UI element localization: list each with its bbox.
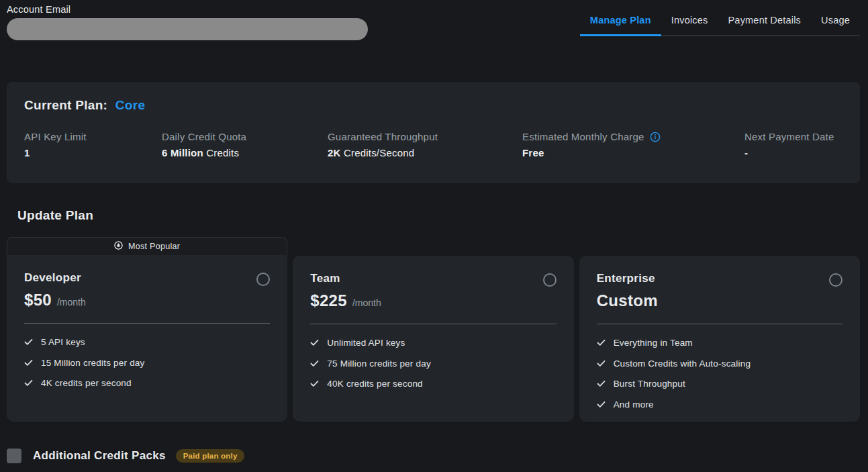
feature-item: Burst Throughput (597, 379, 842, 389)
most-popular-icon (114, 241, 123, 252)
billing-tabs: Manage Plan Invoices Payment Details Usa… (580, 11, 860, 36)
plan-card-body[interactable]: Developer $50 /month 5 API keys 15 Milli… (7, 255, 287, 422)
page-header: Account Email Manage Plan Invoices Payme… (0, 0, 868, 50)
plan-period: /month (57, 297, 86, 308)
feature-text: 75 Million credits per day (327, 359, 431, 369)
feature-text: And more (614, 399, 654, 410)
stat-value: - (744, 147, 842, 158)
tab-payment-details[interactable]: Payment Details (718, 11, 812, 36)
plan-divider (310, 324, 556, 324)
feature-text: Everything in Team (614, 338, 693, 348)
plan-price: $50 (24, 291, 52, 310)
check-icon (310, 360, 319, 367)
plan-name: Developer (24, 271, 81, 285)
stat-value-strong: 6 Million (162, 147, 203, 158)
stat-label: Estimated Monthly Charge (522, 131, 744, 142)
stat-value: 1 (24, 147, 162, 158)
stat-value: 6 Million Credits (162, 147, 328, 158)
stat-value-rest: Credits/Second (341, 147, 415, 158)
feature-text: 4K credits per second (41, 378, 132, 388)
feature-item: 5 API keys (24, 337, 270, 347)
check-icon (24, 359, 33, 367)
plan-features: Unlimited API keys 75 Million credits pe… (310, 338, 556, 389)
stat-label: API Key Limit (24, 131, 162, 142)
feature-item: Custom Credits with Auto-scaling (597, 359, 842, 369)
plan-name: Enterprise (597, 272, 655, 285)
plan-radio-team[interactable] (543, 273, 557, 287)
feature-item: Unlimited API keys (310, 338, 556, 348)
feature-item: 40K credits per second (310, 379, 556, 389)
plan-radio-enterprise[interactable] (829, 273, 842, 287)
stat-value-strong: 2K (328, 147, 341, 158)
plan-card-body[interactable]: Enterprise Custom Everything in Team Cus… (579, 256, 860, 422)
tab-invoices[interactable]: Invoices (661, 11, 718, 36)
check-icon (597, 380, 606, 387)
current-plan-title-prefix: Current Plan: (24, 98, 107, 112)
check-icon (310, 380, 319, 387)
stat-value-strong: - (744, 147, 748, 158)
update-plan-heading: Update Plan (17, 208, 868, 223)
feature-text: 5 API keys (41, 337, 85, 347)
feature-item: 15 Million credits per day (24, 358, 270, 368)
plan-price: $225 (310, 291, 347, 310)
feature-text: 40K credits per second (327, 379, 422, 389)
plan-features: Everything in Team Custom Credits with A… (597, 338, 842, 410)
check-icon (597, 360, 606, 367)
account-email-block: Account Email (7, 4, 368, 40)
stat-daily-credit-quota: Daily Credit Quota 6 Million Credits (162, 131, 328, 158)
plan-radio-developer[interactable] (256, 273, 270, 286)
plan-card-body[interactable]: Team $225 /month Unlimited API keys 75 M… (293, 256, 573, 422)
plan-features: 5 API keys 15 Million credits per day 4K… (24, 337, 270, 388)
feature-item: Everything in Team (597, 338, 842, 348)
check-icon (597, 339, 606, 346)
plan-card-developer: Most Popular Developer $50 /month 5 API … (7, 237, 287, 422)
plan-card-enterprise: Enterprise Custom Everything in Team Cus… (579, 237, 860, 422)
current-plan-title: Current Plan: Core (24, 98, 842, 113)
additional-credit-packs-row: Additional Credit Packs Paid plan only (7, 449, 868, 463)
check-icon (597, 401, 606, 408)
plan-price: Custom (597, 291, 658, 310)
credit-packs-checkbox[interactable] (7, 449, 21, 463)
paid-plan-only-badge: Paid plan only (176, 449, 245, 463)
stat-label-text: Estimated Monthly Charge (522, 131, 644, 142)
check-icon (24, 338, 33, 346)
check-icon (24, 379, 33, 387)
plan-name: Team (310, 272, 340, 285)
stat-value-rest: Credits (203, 147, 239, 158)
most-popular-label: Most Popular (128, 242, 180, 251)
feature-item: 75 Million credits per day (310, 359, 556, 369)
stat-value-strong: 1 (24, 147, 30, 158)
plan-period: /month (352, 297, 381, 308)
stat-label: Next Payment Date (744, 131, 842, 142)
feature-text: Unlimited API keys (327, 338, 405, 348)
stat-value: Free (522, 147, 744, 158)
feature-text: 15 Million credits per day (41, 358, 145, 368)
stat-estimated-monthly-charge: Estimated Monthly Charge Free (522, 131, 744, 158)
plans-row: Most Popular Developer $50 /month 5 API … (7, 237, 860, 422)
plan-card-team: Team $225 /month Unlimited API keys 75 M… (293, 237, 573, 422)
check-icon (310, 339, 319, 346)
credit-packs-label: Additional Credit Packs (33, 449, 166, 463)
plan-divider (597, 324, 842, 324)
account-email-label: Account Email (7, 4, 368, 15)
stat-label: Guaranteed Throughput (328, 131, 522, 142)
current-plan-name: Core (115, 98, 146, 112)
tab-usage[interactable]: Usage (811, 11, 860, 36)
stat-api-key-limit: API Key Limit 1 (24, 131, 162, 158)
feature-item: And more (597, 399, 842, 410)
stat-guaranteed-throughput: Guaranteed Throughput 2K Credits/Second (328, 131, 522, 158)
most-popular-banner: Most Popular (7, 237, 287, 255)
feature-text: Burst Throughput (614, 379, 685, 389)
info-icon[interactable] (650, 132, 661, 142)
account-email-input[interactable] (7, 18, 368, 40)
current-plan-card: Current Plan: Core API Key Limit 1 Daily… (7, 82, 860, 183)
stat-value: 2K Credits/Second (328, 147, 522, 158)
stat-value-strong: Free (522, 147, 544, 158)
plan-divider (24, 323, 270, 324)
feature-item: 4K credits per second (24, 378, 270, 388)
current-plan-stats: API Key Limit 1 Daily Credit Quota 6 Mil… (24, 131, 842, 158)
stat-label: Daily Credit Quota (162, 131, 328, 142)
tab-manage-plan[interactable]: Manage Plan (580, 11, 661, 36)
feature-text: Custom Credits with Auto-scaling (614, 359, 751, 369)
stat-next-payment-date: Next Payment Date - (744, 131, 842, 158)
